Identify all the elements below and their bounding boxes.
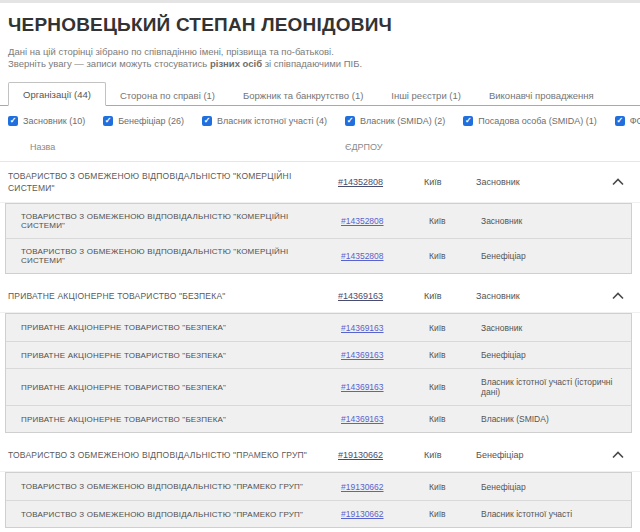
person-registry-page: ЧЕРНОВЕЦЬКИЙ СТЕПАН ЛЕОНІДОВИЧ Дані на ц…: [0, 0, 640, 532]
filter-label: Власник істотної участі (4): [217, 116, 327, 126]
subrow-city: Київ: [429, 216, 473, 226]
company-city: Київ: [424, 291, 468, 301]
disclaimer-bold: різних осіб: [210, 58, 262, 69]
subrow-city: Київ: [429, 350, 473, 360]
subrow-city: Київ: [429, 382, 473, 392]
company-subrow: ПРИВАТНЕ АКЦІОНЕРНЕ ТОВАРИСТВО "БЕЗПЕКА"…: [6, 368, 631, 405]
subrow-city: Київ: [429, 251, 473, 261]
filter-label: Посадова особа (SMIDA) (1): [478, 116, 597, 126]
subrow-edrpou-link[interactable]: #19130662: [341, 509, 421, 519]
edrpou-link[interactable]: #14352808: [338, 177, 416, 187]
tab-bar: Організації (44)Сторона по справі (1)Бор…: [0, 82, 640, 106]
company-rows: ТОВАРИСТВО З ОБМЕЖЕНОЮ ВІДПОВІДАЛЬНІСТЮ …: [0, 162, 640, 532]
filter-checkbox-5[interactable]: ✓ФОП (1): [615, 116, 640, 126]
company-name: ТОВАРИСТВО З ОБМЕЖЕНОЮ ВІДПОВІДАЛЬНІСТЮ …: [8, 449, 330, 461]
disclaimer-line-2: Зверніть увагу — записи можуть стосувати…: [8, 58, 640, 70]
company-role: Засновник: [476, 291, 602, 301]
filter-label: ФОП (1): [630, 116, 640, 126]
role-filters: ✓Засновник (10)✓Бенефіціар (26)✓Власник …: [0, 106, 640, 126]
company-subrecords-panel: ТОВАРИСТВО З ОБМЕЖЕНОЮ ВІДПОВІДАЛЬНІСТЮ …: [5, 472, 632, 528]
filter-checkbox-1[interactable]: ✓Бенефіціар (26): [103, 116, 184, 126]
column-header-name: Назва: [30, 142, 55, 152]
subrow-edrpou-link[interactable]: #14369163: [341, 414, 421, 424]
company-subrow: ТОВАРИСТВО З ОБМЕЖЕНОЮ ВІДПОВІДАЛЬНІСТЮ …: [6, 473, 631, 500]
company-name: ПРИВАТНЕ АКЦІОНЕРНЕ ТОВАРИСТВО "БЕЗПЕКА": [8, 290, 330, 302]
subrow-city: Київ: [429, 482, 473, 492]
disclaimer-line-1: Дані на цій сторінці зібрано по співпаді…: [8, 46, 640, 58]
company-subrow: ПРИВАТНЕ АКЦІОНЕРНЕ ТОВАРИСТВО "БЕЗПЕКА"…: [6, 341, 631, 368]
filter-checkbox-3[interactable]: ✓Власник (SMIDA) (2): [345, 116, 445, 126]
tab-3[interactable]: Інші реєстри (1): [377, 84, 475, 106]
checkbox-checked-icon[interactable]: ✓: [202, 116, 212, 126]
subrow-role: Бенефіціар: [481, 482, 625, 492]
subrow-edrpou-link[interactable]: #14352808: [341, 251, 421, 261]
chevron-up-icon[interactable]: [610, 288, 626, 304]
checkbox-checked-icon[interactable]: ✓: [615, 116, 625, 126]
filter-checkbox-0[interactable]: ✓Засновник (10): [8, 116, 85, 126]
tab-0[interactable]: Організації (44): [8, 82, 106, 106]
subrow-company-name: ТОВАРИСТВО З ОБМЕЖЕНОЮ ВІДПОВІДАЛЬНІСТЮ …: [21, 212, 333, 230]
checkbox-checked-icon[interactable]: ✓: [8, 116, 18, 126]
subrow-city: Київ: [429, 509, 473, 519]
subrow-edrpou-link[interactable]: #14369163: [341, 323, 421, 333]
company-role: Засновник: [476, 177, 602, 187]
filter-label: Засновник (10): [23, 116, 85, 126]
subrow-company-name: ПРИВАТНЕ АКЦІОНЕРНЕ ТОВАРИСТВО "БЕЗПЕКА": [21, 415, 333, 424]
company-row: ТОВАРИСТВО З ОБМЕЖЕНОЮ ВІДПОВІДАЛЬНІСТЮ …: [0, 162, 640, 203]
company-subrow: ТОВАРИСТВО З ОБМЕЖЕНОЮ ВІДПОВІДАЛЬНІСТЮ …: [6, 204, 631, 238]
subrow-edrpou-link[interactable]: #14369163: [341, 350, 421, 360]
filter-label: Бенефіціар (26): [118, 116, 184, 126]
subrow-company-name: ПРИВАТНЕ АКЦІОНЕРНЕ ТОВАРИСТВО "БЕЗПЕКА": [21, 351, 333, 360]
subrow-company-name: ТОВАРИСТВО З ОБМЕЖЕНОЮ ВІДПОВІДАЛЬНІСТЮ …: [21, 510, 333, 519]
subrow-role: Бенефіціар: [481, 251, 625, 261]
edrpou-link[interactable]: #14369163: [338, 291, 416, 301]
disclaimer-note: Дані на цій сторінці зібрано по співпаді…: [0, 36, 640, 70]
chevron-up-icon[interactable]: [610, 447, 626, 463]
subrow-company-name: ТОВАРИСТВО З ОБМЕЖЕНОЮ ВІДПОВІДАЛЬНІСТЮ …: [21, 247, 333, 265]
subrow-company-name: ТОВАРИСТВО З ОБМЕЖЕНОЮ ВІДПОВІДАЛЬНІСТЮ …: [21, 482, 333, 491]
company-subrow: ПРИВАТНЕ АКЦІОНЕРНЕ ТОВАРИСТВО "БЕЗПЕКА"…: [6, 405, 631, 432]
table-header: Назва ЄДРПОУ: [0, 132, 640, 162]
subrow-city: Київ: [429, 414, 473, 424]
company-subrecords-panel: ПРИВАТНЕ АКЦІОНЕРНЕ ТОВАРИСТВО "БЕЗПЕКА"…: [5, 313, 632, 433]
company-city: Київ: [424, 450, 468, 460]
subrow-role: Власник істотної участі: [481, 509, 625, 519]
edrpou-link[interactable]: #19130662: [338, 450, 416, 460]
checkbox-checked-icon[interactable]: ✓: [463, 116, 473, 126]
subrow-edrpou-link[interactable]: #14352808: [341, 216, 421, 226]
subrow-edrpou-link[interactable]: #19130662: [341, 482, 421, 492]
company-subrecords-panel: ТОВАРИСТВО З ОБМЕЖЕНОЮ ВІДПОВІДАЛЬНІСТЮ …: [5, 203, 632, 274]
subrow-role: Власник істотної участі (історичні дані): [481, 377, 625, 397]
company-row: ТОВАРИСТВО З ОБМЕЖЕНОЮ ВІДПОВІДАЛЬНІСТЮ …: [0, 439, 640, 472]
subrow-company-name: ПРИВАТНЕ АКЦІОНЕРНЕ ТОВАРИСТВО "БЕЗПЕКА": [21, 383, 333, 392]
filter-label: Власник (SMIDA) (2): [360, 116, 445, 126]
tab-1[interactable]: Сторона по справі (1): [106, 84, 229, 106]
company-subrow: ТОВАРИСТВО З ОБМЕЖЕНОЮ ВІДПОВІДАЛЬНІСТЮ …: [6, 500, 631, 527]
subrow-role: Власник (SMIDA): [481, 414, 625, 424]
subrow-company-name: ПРИВАТНЕ АКЦІОНЕРНЕ ТОВАРИСТВО "БЕЗПЕКА": [21, 323, 333, 332]
page-title: ЧЕРНОВЕЦЬКИЙ СТЕПАН ЛЕОНІДОВИЧ: [0, 3, 640, 36]
company-name: ТОВАРИСТВО З ОБМЕЖЕНОЮ ВІДПОВІДАЛЬНІСТЮ …: [8, 170, 330, 194]
filter-checkbox-2[interactable]: ✓Власник істотної участі (4): [202, 116, 327, 126]
column-header-edrpou: ЄДРПОУ: [345, 142, 383, 152]
company-subrow: ТОВАРИСТВО З ОБМЕЖЕНОЮ ВІДПОВІДАЛЬНІСТЮ …: [6, 238, 631, 273]
tab-2[interactable]: Боржник та банкрутство (1): [229, 84, 377, 106]
subrow-city: Київ: [429, 323, 473, 333]
company-row: ПРИВАТНЕ АКЦІОНЕРНЕ ТОВАРИСТВО "БЕЗПЕКА"…: [0, 280, 640, 313]
filter-checkbox-4[interactable]: ✓Посадова особа (SMIDA) (1): [463, 116, 597, 126]
checkbox-checked-icon[interactable]: ✓: [103, 116, 113, 126]
company-city: Київ: [424, 177, 468, 187]
subrow-role: Засновник: [481, 323, 625, 333]
subrow-role: Бенефіціар: [481, 350, 625, 360]
tab-4[interactable]: Виконавчі провадження: [475, 84, 608, 106]
company-role: Бенефіціар: [476, 450, 602, 460]
subrow-edrpou-link[interactable]: #14369163: [341, 382, 421, 392]
subrow-role: Засновник: [481, 216, 625, 226]
company-subrow: ПРИВАТНЕ АКЦІОНЕРНЕ ТОВАРИСТВО "БЕЗПЕКА"…: [6, 314, 631, 341]
checkbox-checked-icon[interactable]: ✓: [345, 116, 355, 126]
chevron-up-icon[interactable]: [610, 174, 626, 190]
